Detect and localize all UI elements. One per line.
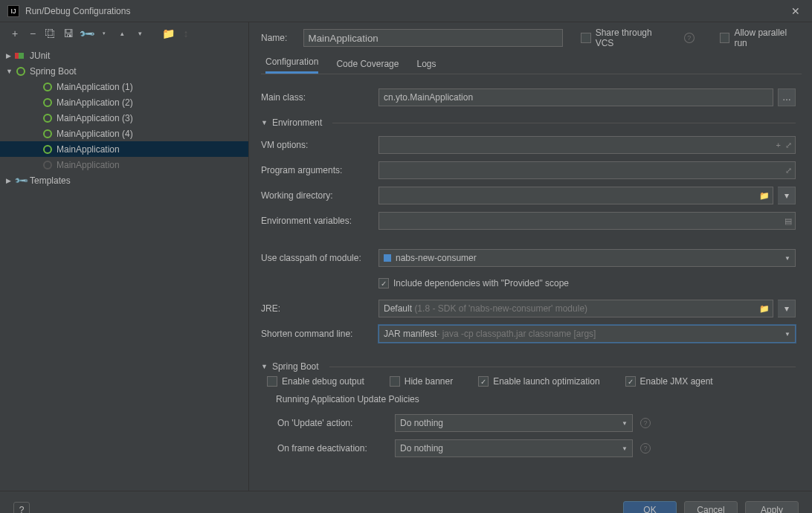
main-class-label: Main class: xyxy=(261,92,378,103)
expand-icon[interactable]: ⤢ xyxy=(785,141,792,150)
working-dir-dropdown[interactable]: ▾ xyxy=(778,187,796,204)
classpath-dropdown[interactable]: nabs-new-consumer▼ xyxy=(378,249,796,267)
chevron-down-icon: ▼ xyxy=(622,420,628,427)
config-form-panel: Name: Share through VCS ? Allow parallel… xyxy=(249,22,812,491)
app-icon: IJ xyxy=(7,5,19,17)
chevron-down-icon: ▼ xyxy=(261,119,268,126)
name-label: Name: xyxy=(261,33,294,43)
chevron-down-icon: ▼ xyxy=(622,445,628,452)
vm-options-label: VM options: xyxy=(261,140,378,150)
sort-icon[interactable]: ↕ xyxy=(180,28,192,39)
junit-icon xyxy=(15,50,27,62)
apply-button[interactable]: Apply xyxy=(745,501,799,514)
environment-section[interactable]: ▼ Environment xyxy=(261,117,796,128)
share-vcs-checkbox[interactable]: Share through VCS xyxy=(581,28,672,48)
add-icon[interactable]: + xyxy=(776,141,781,150)
help-icon[interactable]: ? xyxy=(640,418,651,428)
help-icon[interactable]: ? xyxy=(640,443,651,454)
spring-icon xyxy=(42,159,54,171)
down-icon[interactable]: ▾ xyxy=(134,28,146,39)
program-args-input[interactable]: ⤢ xyxy=(378,161,796,179)
program-args-label: Program arguments: xyxy=(261,165,378,175)
launch-opt-checkbox[interactable]: Enable launch optimization xyxy=(478,376,599,387)
help-button[interactable]: ? xyxy=(13,502,30,514)
on-update-label: On 'Update' action: xyxy=(261,418,395,428)
remove-icon[interactable]: − xyxy=(27,28,39,39)
ok-button[interactable]: OK xyxy=(623,501,677,514)
tree-item-mainapp-selected[interactable]: MainApplication xyxy=(0,141,248,157)
chevron-down-icon: ▼ xyxy=(6,68,15,75)
wrench-icon[interactable]: 🔧 xyxy=(78,25,95,42)
module-icon xyxy=(384,254,391,262)
include-deps-checkbox[interactable]: Include dependencies with "Provided" sco… xyxy=(378,278,569,288)
hide-banner-checkbox[interactable]: Hide banner xyxy=(390,376,453,387)
allow-parallel-checkbox[interactable]: Allow parallel run xyxy=(720,28,802,48)
tree-node-templates[interactable]: ▶ 🔧 Templates xyxy=(0,172,248,188)
folder-icon[interactable]: 📁 xyxy=(759,191,770,201)
expand-icon[interactable]: ⤢ xyxy=(785,166,792,175)
tree-node-spring-boot[interactable]: ▼ Spring Boot xyxy=(0,63,248,79)
folder-icon[interactable]: 📁 xyxy=(162,28,174,39)
chevron-down-icon: ▼ xyxy=(261,363,268,370)
spring-boot-section[interactable]: ▼ Spring Boot xyxy=(261,361,796,372)
tree-item-mainapp-dim[interactable]: MainApplication xyxy=(0,157,248,172)
list-icon[interactable]: ▤ xyxy=(784,216,792,226)
chevron-right-icon: ▶ xyxy=(6,52,15,59)
up-icon[interactable]: ▴ xyxy=(116,28,128,39)
chevron-down-icon: ▼ xyxy=(784,331,790,338)
cancel-button[interactable]: Cancel xyxy=(684,501,738,514)
tab-code-coverage[interactable]: Code Coverage xyxy=(336,59,399,74)
wrench-icon: 🔧 xyxy=(13,172,30,189)
config-tree-panel: + − ⿻ 🖫 🔧 ▾ ▴ ▾ 📁 ↕ ▶ JUnit ▼ Spring Boo… xyxy=(0,22,249,491)
spring-icon xyxy=(42,112,54,124)
working-dir-label: Working directory: xyxy=(261,190,378,201)
working-dir-input[interactable]: 📁 xyxy=(378,187,773,204)
folder-icon[interactable]: 📁 xyxy=(759,304,770,314)
tree-item-mainapp-4[interactable]: MainApplication (4) xyxy=(0,126,248,141)
chevron-down-icon: ▼ xyxy=(784,255,790,262)
tree-toolbar: + − ⿻ 🖫 🔧 ▾ ▴ ▾ 📁 ↕ xyxy=(0,22,248,45)
tree-item-mainapp-2[interactable]: MainApplication (2) xyxy=(0,94,248,110)
dropdown-icon[interactable]: ▾ xyxy=(98,28,110,39)
help-icon[interactable]: ? xyxy=(684,33,695,43)
tree-item-mainapp-1[interactable]: MainApplication (1) xyxy=(0,79,248,94)
jmx-agent-checkbox[interactable]: Enable JMX agent xyxy=(625,376,713,387)
on-frame-label: On frame deactivation: xyxy=(261,443,395,454)
config-tabs: Configuration Code Coverage Logs xyxy=(261,54,802,74)
debug-output-checkbox[interactable]: Enable debug output xyxy=(267,376,364,387)
save-icon[interactable]: 🖫 xyxy=(62,28,74,39)
tree-node-junit[interactable]: ▶ JUnit xyxy=(0,48,248,63)
vm-options-input[interactable]: +⤢ xyxy=(378,136,796,154)
tree-item-mainapp-3[interactable]: MainApplication (3) xyxy=(0,110,248,126)
add-icon[interactable]: + xyxy=(9,28,21,39)
env-vars-input[interactable]: ▤ xyxy=(378,212,796,230)
policies-label: Running Application Update Policies xyxy=(261,394,796,404)
spring-icon xyxy=(42,128,54,140)
env-vars-label: Environment variables: xyxy=(261,216,378,226)
name-input[interactable] xyxy=(303,29,563,47)
spring-icon xyxy=(42,97,54,109)
spring-icon xyxy=(42,143,54,155)
shorten-dropdown[interactable]: JAR manifest - java -cp classpath.jar cl… xyxy=(378,325,796,343)
on-update-dropdown[interactable]: Do nothing▼ xyxy=(395,414,633,432)
jre-dropdown[interactable]: Default (1.8 - SDK of 'nabs-new-consumer… xyxy=(378,300,773,317)
tab-configuration[interactable]: Configuration xyxy=(265,57,318,74)
on-frame-dropdown[interactable]: Do nothing▼ xyxy=(395,439,633,457)
jre-dropdown-arrow[interactable]: ▾ xyxy=(778,300,796,317)
jre-label: JRE: xyxy=(261,303,378,314)
browse-main-class-button[interactable]: … xyxy=(778,88,796,106)
shorten-label: Shorten command line: xyxy=(261,329,378,339)
spring-icon xyxy=(15,65,27,77)
tab-logs[interactable]: Logs xyxy=(416,59,436,74)
window-title: Run/Debug Configurations xyxy=(25,6,787,16)
main-class-input[interactable]: cn.yto.MainApplication xyxy=(378,88,773,106)
config-tree: ▶ JUnit ▼ Spring Boot MainApplication (1… xyxy=(0,45,248,491)
spring-icon xyxy=(42,81,54,93)
close-icon[interactable]: ✕ xyxy=(787,4,805,19)
classpath-label: Use classpath of module: xyxy=(261,253,378,263)
copy-icon[interactable]: ⿻ xyxy=(45,28,57,39)
